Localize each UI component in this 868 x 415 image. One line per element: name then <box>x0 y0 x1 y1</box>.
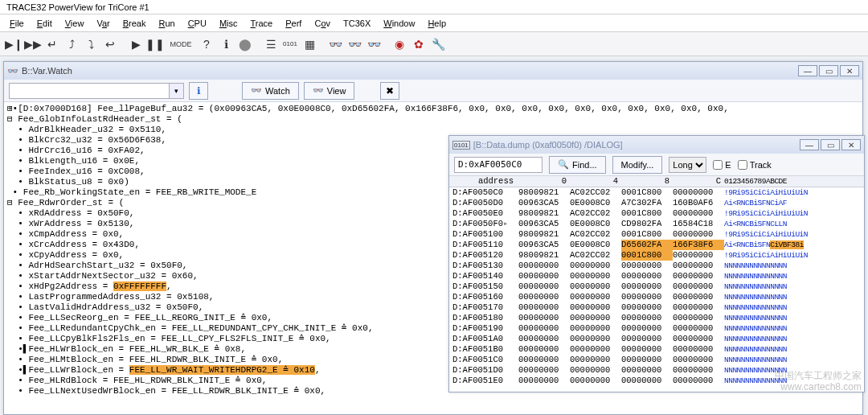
window-title: [B::Data.dump (0xaf0050f0) /DIALOG] <box>473 140 623 150</box>
step-out-icon[interactable]: ↵ <box>43 35 61 53</box>
mode-icon[interactable]: MODE <box>172 35 190 53</box>
dump-row[interactable]: D:AF0050D000963CA50E0008C0A7C302FA160B0A… <box>449 198 864 208</box>
menu-view[interactable]: View <box>60 17 89 30</box>
run-icon[interactable]: ▶ <box>127 35 145 53</box>
track-checkbox[interactable]: Track <box>738 160 772 170</box>
watch-button[interactable]: 👓Watch <box>242 82 299 100</box>
list-icon[interactable]: ☰ <box>262 35 280 53</box>
dump-row[interactable]: D:AF0051C0000000000000000000000000000000… <box>449 355 864 365</box>
dump-row[interactable]: D:AF00512098009821AC02CC020001C800000000… <box>449 250 864 261</box>
step-icon[interactable]: ▶❙ <box>5 35 23 53</box>
close-button[interactable]: ✕ <box>840 65 859 76</box>
dump-row[interactable]: D:AF005160000000000000000000000000000000… <box>449 292 864 302</box>
menu-misc[interactable]: Misc <box>215 17 243 30</box>
e-checkbox[interactable]: E <box>713 160 731 170</box>
maximize-button[interactable]: ▭ <box>821 139 840 150</box>
binary-icon: 0101 <box>452 141 470 150</box>
down-icon[interactable]: ⤵ <box>82 35 100 53</box>
dump-row[interactable]: D:AF00510098009821AC02CC020001C800000000… <box>449 229 864 240</box>
dump-header: address 0 4 8 C 0123456789ABCDE <box>449 176 864 187</box>
menu-window[interactable]: Window <box>379 17 420 30</box>
minimize-button[interactable]: — <box>800 139 819 150</box>
menu-run[interactable]: Run <box>154 17 179 30</box>
watch-line[interactable]: • AdrBlkHeader_u32 = 0x5110, <box>7 125 859 135</box>
dump-row[interactable]: D:AF0051D0000000000000000000000000000000… <box>449 365 864 376</box>
dump-row[interactable]: D:AF005170000000000000000000000000000000… <box>449 302 864 313</box>
dump-row[interactable]: D:AF0051A0000000000000000000000000000000… <box>449 334 864 344</box>
up-icon[interactable]: ⤴ <box>63 35 80 53</box>
dump-row[interactable]: D:AF0050F0▸00963CA50E0008C0CD9802FA16584… <box>449 219 864 229</box>
dump-row[interactable]: D:AF0050C098009821AC02CC020001C800000000… <box>449 187 864 198</box>
glasses-icon: 👓 <box>7 66 18 76</box>
menu-var[interactable]: Var <box>92 17 114 30</box>
dump-row[interactable]: D:AF0051E0000000000000000000000000000000… <box>449 376 864 386</box>
step-over-icon[interactable]: ▶▶ <box>24 35 42 53</box>
binary-icon[interactable]: 0101 <box>281 35 299 53</box>
chip-icon[interactable]: ▦ <box>301 35 318 53</box>
minimize-button[interactable]: — <box>798 65 817 76</box>
expression-input[interactable] <box>9 83 170 99</box>
maximize-button[interactable]: ▭ <box>819 65 838 76</box>
modify-button[interactable]: Modify... <box>612 156 663 174</box>
dump-row[interactable]: D:AF005190000000000000000000000000000000… <box>449 323 864 334</box>
pause-icon[interactable]: ❚❚ <box>146 35 164 53</box>
menu-cpu[interactable]: CPU <box>183 17 211 30</box>
menu-break[interactable]: Break <box>118 17 151 30</box>
stop-icon[interactable]: ⬤ <box>236 35 254 53</box>
dump-row[interactable]: D:AF005130000000000000000000000000000000… <box>449 261 864 271</box>
glasses-icon[interactable]: 👓 <box>326 35 344 53</box>
format-select[interactable]: Long <box>669 157 706 173</box>
help-icon[interactable]: ? <box>198 35 215 53</box>
watch-line[interactable]: ⊟ Fee_GlobInfoLastRdHeader_st = ( <box>7 114 859 125</box>
menu-help[interactable]: Help <box>423 17 451 30</box>
menu-trace[interactable]: Trace <box>246 17 278 30</box>
delete-button[interactable]: ✖ <box>380 82 399 100</box>
window-title: B::Var.Watch <box>22 66 72 76</box>
menu-file[interactable]: File <box>5 17 29 30</box>
expression-combo[interactable]: ▾ <box>9 83 184 99</box>
menubar: File Edit View Var Break Run CPU Misc Tr… <box>0 14 868 32</box>
view-button[interactable]: 👓View <box>304 82 355 100</box>
app-title: TRACE32 PowerView for TriCore #1 <box>6 2 149 12</box>
address-input[interactable] <box>454 157 542 173</box>
dump-row[interactable]: D:AF0050E098009821AC02CC020001C800000000… <box>449 208 864 219</box>
config-icon[interactable]: ✿ <box>410 35 428 53</box>
watch-line[interactable]: ⊞•[D:0x7000D168] Fee_llPageBuf_au32 = (0… <box>7 104 859 114</box>
cube-icon[interactable]: ◉ <box>391 35 408 53</box>
dump-row[interactable]: D:AF005140000000000000000000000000000000… <box>449 271 864 281</box>
data-dump-window: 0101 [B::Data.dump (0xaf0050f0) /DIALOG]… <box>448 135 865 392</box>
close-button[interactable]: ✕ <box>841 139 861 150</box>
glasses3-icon[interactable]: 👓 <box>365 35 383 53</box>
wrench-icon[interactable]: 🔧 <box>429 35 447 53</box>
glasses2-icon[interactable]: 👓 <box>346 35 363 53</box>
info-button[interactable]: ℹ <box>189 82 208 100</box>
app-titlebar: TRACE32 PowerView for TriCore #1 <box>0 0 868 14</box>
menu-perf[interactable]: Perf <box>280 17 306 30</box>
dump-row[interactable]: D:AF005150000000000000000000000000000000… <box>449 281 864 292</box>
dump-row[interactable]: D:AF00511000963CA50E0008C0D65602FA166F38… <box>449 240 864 250</box>
menu-edit[interactable]: Edit <box>32 17 57 30</box>
dump-row[interactable]: D:AF0051B0000000000000000000000000000000… <box>449 344 864 355</box>
find-button[interactable]: 🔍Find... <box>549 156 606 174</box>
info-icon[interactable]: ℹ <box>217 35 235 53</box>
dump-row[interactable]: D:AF005180000000000000000000000000000000… <box>449 313 864 323</box>
main-toolbar: ▶❙ ▶▶ ↵ ⤴ ⤵ ↩ ▶ ❚❚ MODE ? ℹ ⬤ ☰ 0101 ▦ 👓… <box>0 32 868 56</box>
menu-tc36x[interactable]: TC36X <box>338 17 375 30</box>
menu-cov[interactable]: Cov <box>309 17 335 30</box>
return-icon[interactable]: ↩ <box>101 35 119 53</box>
dump-body[interactable]: address 0 4 8 C 0123456789ABCDE D:AF0050… <box>449 176 864 392</box>
chevron-down-icon[interactable]: ▾ <box>170 83 184 99</box>
